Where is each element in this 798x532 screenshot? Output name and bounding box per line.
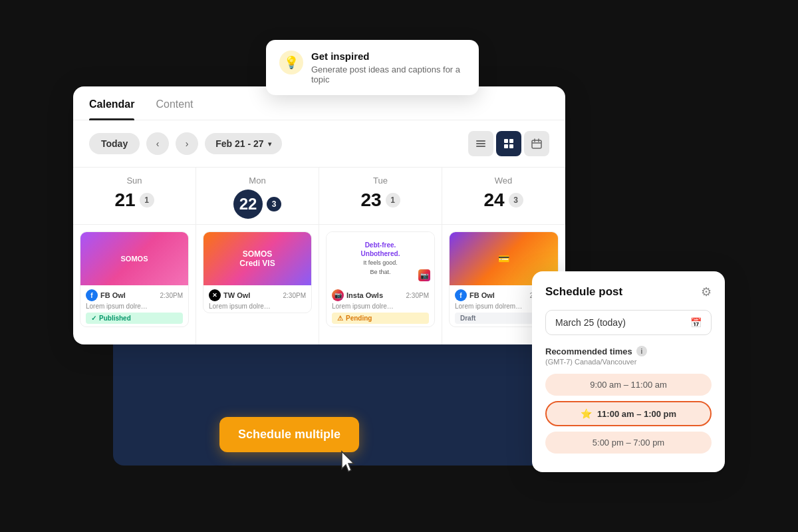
time-slot-0[interactable]: 9:00 am – 11:00 am — [545, 374, 712, 396]
svg-rect-6 — [509, 144, 513, 148]
timezone-label: (GMT-7) Canada/Vancouver — [545, 358, 712, 366]
tab-content[interactable]: Content — [156, 86, 193, 120]
post-card-sun[interactable]: SOMOS f FB Owl 2:30PM Lorem ipsum dolre…… — [80, 231, 189, 327]
calendar-card: Calendar Content Today ‹ › Feb 21 - 27 ▾ — [73, 86, 565, 344]
svg-rect-3 — [504, 139, 508, 143]
time-slot-1-selected[interactable]: ⭐ 11:00 am – 1:00 pm — [545, 401, 712, 426]
info-icon: i — [636, 346, 647, 356]
today-button[interactable]: Today — [89, 133, 140, 154]
status-badge-published: ✓ Published — [86, 313, 183, 324]
day-cell-mon: SOMOSCredi VIS ✕ TW Owl 2:30PM Lorem ips… — [196, 225, 319, 344]
lightbulb-icon: 💡 — [279, 51, 303, 74]
calendar-icon: 📅 — [690, 317, 702, 328]
schedule-multiple-button[interactable]: Schedule multiple — [219, 417, 359, 452]
svg-rect-4 — [509, 139, 513, 143]
schedule-header: Schedule post ⚙ — [545, 285, 712, 299]
tooltip-description: Generate post ideas and captions for a t… — [311, 65, 466, 84]
date-picker-input[interactable]: March 25 (today) 📅 — [545, 310, 712, 335]
post-card-mon[interactable]: SOMOSCredi VIS ✕ TW Owl 2:30PM Lorem ips… — [203, 231, 312, 313]
svg-rect-1 — [476, 143, 485, 144]
schedule-panel-title: Schedule post — [545, 285, 622, 299]
twitter-icon: ✕ — [209, 289, 221, 301]
svg-rect-0 — [476, 140, 485, 142]
day-cell-sun: SOMOS f FB Owl 2:30PM Lorem ipsum dolre…… — [73, 225, 196, 344]
day-cell-tue: Debt-free.Unbothered.It feels good.Be th… — [319, 225, 442, 344]
prev-button[interactable]: ‹ — [146, 132, 169, 155]
post-thumbnail-mon: SOMOSCredi VIS — [203, 232, 311, 285]
post-thumbnail-sun: SOMOS — [80, 232, 188, 285]
grid-view-button[interactable] — [496, 131, 521, 156]
post-card-tue[interactable]: Debt-free.Unbothered.It feels good.Be th… — [326, 231, 435, 327]
post-thumbnail-tue: Debt-free.Unbothered.It feels good.Be th… — [327, 232, 434, 285]
calendar-toolbar: Today ‹ › Feb 21 - 27 ▾ — [73, 120, 565, 167]
recommended-times-label: Recommended times i — [545, 346, 712, 356]
cursor-pointer — [339, 450, 360, 479]
facebook-icon-wed: f — [455, 289, 467, 301]
day-header-tue: Tue 23 1 — [319, 168, 442, 225]
post-meta-tue: 📷 Insta Owls 2:30PM Lorem ipsum dolre… ⚠… — [327, 285, 434, 327]
instagram-icon: 📷 — [332, 289, 344, 301]
svg-rect-2 — [476, 146, 485, 147]
calendar-view-button[interactable] — [524, 131, 549, 156]
date-range-button[interactable]: Feb 21 - 27 ▾ — [205, 133, 281, 154]
facebook-icon: f — [86, 289, 98, 301]
svg-rect-5 — [504, 144, 508, 148]
day-header-mon: Mon 22 3 — [196, 168, 319, 225]
day-header-wed: Wed 24 3 — [442, 168, 565, 225]
view-toggle — [468, 131, 549, 156]
svg-rect-7 — [532, 140, 541, 148]
day-header-sun: Sun 21 1 — [73, 168, 196, 225]
gear-settings-button[interactable]: ⚙ — [701, 285, 712, 299]
time-slot-2[interactable]: 5:00 pm – 7:00 pm — [545, 432, 712, 454]
post-meta-sun: f FB Owl 2:30PM Lorem ipsum dolre… ✓ Pub… — [80, 285, 188, 327]
tooltip-title: Get inspired — [311, 51, 466, 62]
list-view-button[interactable] — [468, 131, 493, 156]
next-button[interactable]: › — [176, 132, 198, 155]
post-meta-mon: ✕ TW Owl 2:30PM Lorem ipsum dolre… — [203, 285, 311, 313]
get-inspired-tooltip: 💡 Get inspired Generate post ideas and c… — [266, 40, 479, 95]
status-badge-pending: ⚠ Pending — [332, 313, 429, 324]
tab-calendar[interactable]: Calendar — [89, 86, 134, 120]
star-icon: ⭐ — [581, 408, 592, 419]
calendar-grid: Sun 21 1 Mon 22 3 Tue 23 1 — [73, 167, 565, 344]
chevron-down-icon: ▾ — [268, 140, 271, 148]
schedule-post-panel: Schedule post ⚙ March 25 (today) 📅 Recom… — [532, 271, 725, 472]
